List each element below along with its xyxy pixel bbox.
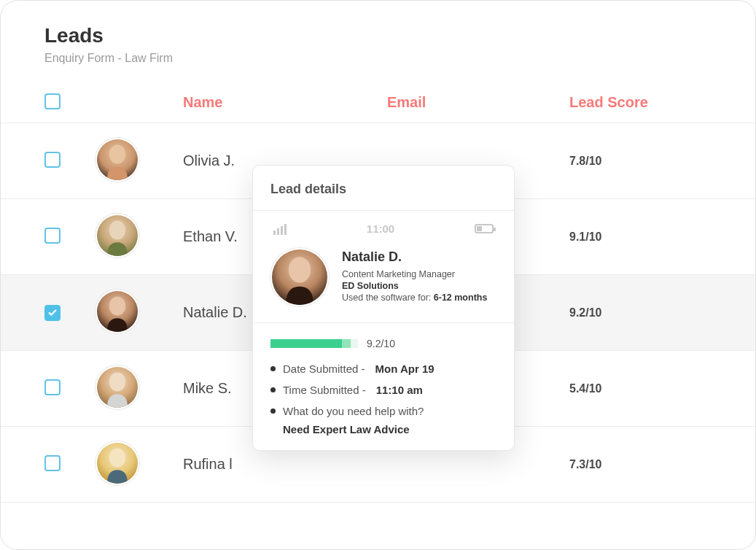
detail-statusbar: 11:00 [253, 211, 514, 245]
lead-score: 9.1/10 [569, 231, 755, 244]
detail-person: Natalie D. Content Marketing Manager ED … [253, 245, 514, 323]
row-checkbox[interactable] [44, 379, 61, 395]
avatar [96, 138, 139, 182]
battery-icon [475, 224, 494, 233]
detail-person-name: Natalie D. [342, 249, 487, 265]
help-value: Need Expert Law Advice [283, 423, 496, 435]
table-header: Name Email Lead Score [1, 82, 755, 123]
svg-point-5 [109, 296, 125, 315]
svg-point-1 [109, 144, 125, 163]
row-checkbox[interactable] [44, 228, 61, 244]
detail-person-role: Content Marketing Manager [342, 269, 487, 279]
progress-bar [270, 339, 358, 348]
row-checkbox[interactable] [44, 305, 61, 321]
row-checkbox[interactable] [44, 455, 61, 471]
date-label: Date Submitted - [283, 363, 365, 375]
svg-point-3 [109, 220, 125, 239]
avatar [96, 290, 139, 333]
lead-score: 5.4/10 [569, 382, 755, 395]
column-header-email[interactable]: Email [387, 94, 569, 111]
page-subtitle: Enquiry Form - Law Firm [1, 52, 755, 82]
detail-help-row: What do you need help with? [270, 405, 496, 417]
page-title: Leads [1, 24, 755, 52]
column-header-name[interactable]: Name [183, 94, 387, 111]
bullet-icon [270, 408, 276, 414]
leads-panel: Leads Enquiry Form - Law Firm Name Email… [0, 0, 756, 550]
lead-detail-card: Lead details 11:00 Natalie D. Content Ma… [252, 165, 515, 451]
lead-score: 9.2/10 [569, 306, 755, 319]
bullet-icon [270, 366, 276, 371]
detail-date-row: Date Submitted - Mon Apr 19 [270, 363, 496, 375]
detail-title: Lead details [253, 166, 514, 211]
detail-time-row: Time Submitted - 11:10 am [270, 384, 496, 396]
avatar [96, 441, 139, 485]
progress-value: 9.2/10 [367, 338, 395, 349]
signal-icon [273, 223, 287, 235]
select-all-checkbox[interactable] [44, 93, 61, 109]
svg-point-7 [109, 372, 125, 391]
time-label: Time Submitted - [283, 384, 366, 396]
lead-score: 7.8/10 [569, 155, 755, 168]
bullet-icon [270, 387, 276, 392]
detail-person-company: ED Solutions [342, 281, 487, 291]
time-value: 11:10 am [376, 384, 423, 396]
detail-person-usage: Used the software for: 6-12 months [342, 293, 487, 303]
avatar [96, 365, 139, 409]
column-header-score[interactable]: Lead Score [569, 94, 755, 111]
score-progress: 9.2/10 [270, 338, 496, 349]
avatar [96, 214, 139, 257]
svg-point-11 [289, 257, 311, 282]
lead-name: Rufina l [183, 456, 387, 473]
status-time: 11:00 [367, 222, 394, 235]
lead-score: 7.3/10 [569, 458, 755, 471]
svg-point-9 [109, 448, 125, 467]
help-label: What do you need help with? [283, 405, 424, 417]
detail-avatar [270, 248, 329, 306]
date-value: Mon Apr 19 [375, 363, 434, 375]
row-checkbox[interactable] [44, 152, 61, 168]
